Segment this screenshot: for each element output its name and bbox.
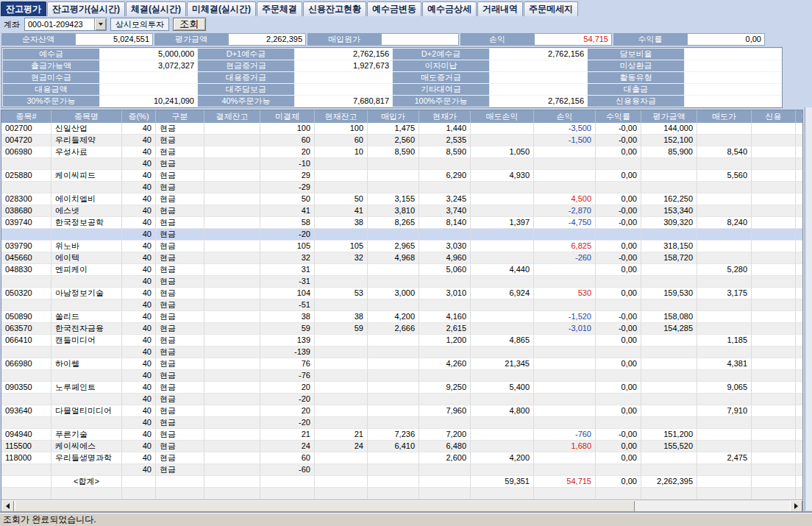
table-row[interactable]: 094940푸른기술40현금21217,2367,200-760-0,00151…: [1, 429, 803, 441]
table-row[interactable]: 039790위노바40현금1051052,9653,0306,8250,0031…: [1, 241, 803, 252]
cell: 아남정보기술: [51, 288, 122, 299]
table-row[interactable]: 006980우성사료40현금20108,5908,5901,0500,0085,…: [1, 146, 803, 158]
combo-dropdown-button[interactable]: [94, 18, 106, 30]
tab-4[interactable]: 주문체결: [257, 1, 302, 16]
column-header[interactable]: 대출: [796, 110, 803, 123]
column-header[interactable]: 매도손익: [471, 110, 534, 123]
table-row[interactable]: 40현금-10: [1, 158, 803, 170]
table-row[interactable]: 115500케이씨에스40현금24246,4106,4801,6800,0015…: [1, 441, 803, 452]
cell: [315, 405, 368, 417]
column-header[interactable]: 매도가: [697, 110, 752, 123]
grid-label: 미상환금: [588, 60, 684, 71]
scrollbar-thumb[interactable]: [15, 500, 635, 512]
tab-7[interactable]: 예수금상세: [422, 1, 477, 16]
cell: 케이씨피드: [51, 170, 122, 182]
cell: [796, 123, 803, 135]
table-row[interactable]: 40현금-139: [1, 346, 803, 358]
cell: 41: [315, 205, 368, 217]
cell: 151,200: [641, 429, 697, 441]
table-row[interactable]: 038680에스넷40현금41413,8103,740-2,870-0,0015…: [1, 205, 803, 217]
grid-label: 100%주문가능: [393, 96, 489, 107]
cell: [641, 299, 697, 311]
column-header[interactable]: 손익: [534, 110, 596, 123]
cell: 신일산업: [51, 123, 122, 135]
table-row[interactable]: 039740한국정보공학40현금58388,2658,1401,397-4,75…: [1, 217, 803, 229]
tab-0[interactable]: 잔고평가: [1, 1, 46, 16]
cell: 4,500: [534, 193, 596, 205]
table-row[interactable]: 063570한국전자금융40현금59592,6662,615-3,010-0,0…: [1, 323, 803, 335]
table-row[interactable]: 028300에이치엘비40현금50503,1553,2454,5000,0016…: [1, 193, 803, 205]
table-row[interactable]: 40현금-20: [1, 394, 803, 405]
scroll-right-button[interactable]: [790, 500, 802, 512]
cell: [419, 158, 471, 170]
cell: [534, 346, 596, 358]
table-row[interactable]: 40현금-60: [1, 464, 803, 476]
table-row[interactable]: 048830엔피케이40현금315,0604,4400,005,280: [1, 264, 803, 276]
table-row[interactable]: 093640다믈멀티미디어40현금207,9604,8000,007,910: [1, 405, 803, 417]
table-row[interactable]: 090350노루페인트40현금209,2505,4000,009,065: [1, 382, 803, 394]
table-row[interactable]: 066980하이쎌40현금764,26021,3450,004,381: [1, 358, 803, 370]
table-row[interactable]: 045660에이텍40현금32324,9684,960-260-0,00158,…: [1, 252, 803, 264]
column-header[interactable]: 종목#: [1, 110, 51, 123]
tab-5[interactable]: 신용잔고현황: [303, 1, 366, 16]
cell: [641, 394, 697, 405]
account-combobox[interactable]: 000-01-209423: [24, 18, 107, 31]
table-row[interactable]: 050890쏠리드40현금38384,2004,160-1,520-0,0015…: [1, 311, 803, 323]
vertical-scrollbar-track[interactable]: [805, 107, 812, 511]
column-header[interactable]: 매입가: [368, 110, 419, 123]
query-button[interactable]: 조회: [173, 18, 206, 31]
table-row[interactable]: 004720우리들제약40현금60602,5602,535-1,500-0,00…: [1, 135, 803, 146]
tab-9[interactable]: 주문메세지: [524, 1, 578, 16]
cell: 4,968: [368, 252, 419, 264]
table-row[interactable]: 025880케이씨피드40현금296,2904,9300,005,560: [1, 170, 803, 182]
grid-value: [295, 84, 392, 95]
cell: 1,475: [368, 123, 419, 135]
column-header[interactable]: 결제잔고: [204, 110, 260, 123]
column-header[interactable]: 현재가: [419, 110, 471, 123]
tab-1[interactable]: 잔고평가(실시간): [47, 1, 125, 16]
cell: 4,200: [368, 311, 419, 323]
table-row[interactable]: 118000우리들생명과학40현금602,6004,2000,002,475: [1, 452, 803, 464]
table-row[interactable]: 066410캔들미디어40현금1391,2004,8650,001,185: [1, 335, 803, 346]
cell: [534, 417, 596, 429]
cell: 현금: [156, 252, 204, 264]
cell: 025880: [1, 170, 51, 182]
cell: [122, 488, 156, 500]
table-row[interactable]: 40현금-29: [1, 182, 803, 193]
scroll-left-button[interactable]: [1, 500, 14, 512]
table-row[interactable]: 40현금-20: [1, 417, 803, 429]
table-row[interactable]: [1, 488, 803, 500]
table-row[interactable]: 40현금-20: [1, 229, 803, 241]
cell: 063570: [1, 323, 51, 335]
cell: [204, 276, 260, 288]
column-header[interactable]: 구분: [156, 110, 204, 123]
horizontal-scrollbar[interactable]: [1, 500, 802, 513]
column-header[interactable]: 신용: [752, 110, 796, 123]
column-header[interactable]: 종목명: [51, 110, 122, 123]
column-header[interactable]: 미결제: [260, 110, 315, 123]
column-header[interactable]: 증(%): [122, 110, 156, 123]
tab-8[interactable]: 거래내역: [477, 1, 523, 16]
table-row[interactable]: 40현금-31: [1, 276, 803, 288]
tab-6[interactable]: 예수금변동: [367, 1, 421, 16]
table-total-row[interactable]: <합계>59,35154,7150,002,262,395: [1, 476, 803, 488]
cell: 6,290: [419, 170, 471, 182]
cell: [796, 229, 803, 241]
cell: 40: [122, 358, 156, 370]
grid-value: 5,000,000: [100, 49, 197, 60]
cell: [156, 488, 204, 500]
cell: [204, 429, 260, 441]
cell: 0,00: [596, 241, 641, 252]
table-row[interactable]: 40현금-51: [1, 299, 803, 311]
tab-3[interactable]: 미체결(실시간): [187, 1, 256, 16]
cell: [752, 441, 796, 452]
triangle-right-icon: [794, 503, 798, 509]
column-header[interactable]: 평가금액: [641, 110, 697, 123]
table-row[interactable]: 40현금-76: [1, 370, 803, 382]
tab-2[interactable]: 체결(실시간): [126, 1, 186, 16]
grid-value: [100, 84, 197, 95]
column-header[interactable]: 현재잔고: [315, 110, 368, 123]
table-row[interactable]: 050320아남정보기술40현금104533,0003,0106,9245300…: [1, 288, 803, 299]
table-row[interactable]: 002700신일산업40현금1001001,4751,440-3,500-0,0…: [1, 123, 803, 135]
column-header[interactable]: 수익률: [596, 110, 641, 123]
